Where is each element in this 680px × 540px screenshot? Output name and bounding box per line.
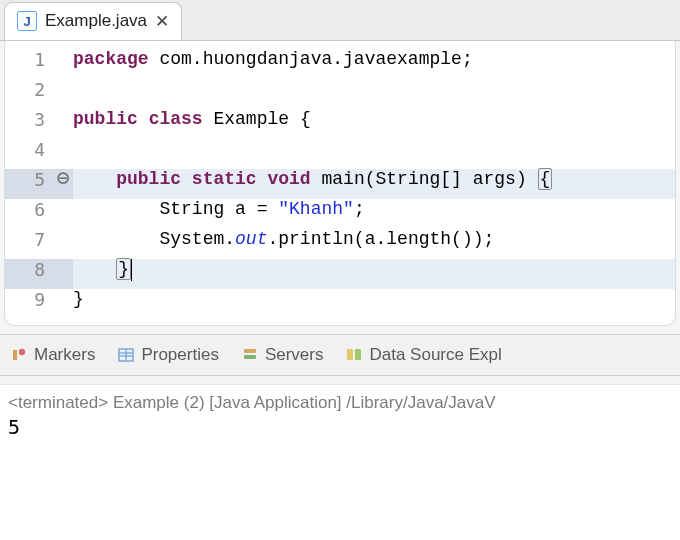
servers-view-tab[interactable]: Servers <box>241 345 324 365</box>
text-cursor <box>131 259 132 281</box>
gutter-annotation <box>53 199 73 229</box>
editor-tab[interactable]: J Example.java ✕ <box>4 2 182 40</box>
code-line: 7 System.out.println(a.length()); <box>5 229 675 259</box>
markers-icon <box>10 346 28 364</box>
view-label: Properties <box>141 345 218 365</box>
gutter-annotation <box>53 49 73 79</box>
gutter-annotation <box>53 139 73 169</box>
code-line: 1 package com.huongdanjava.javaexample; <box>5 49 675 79</box>
code-text: } <box>73 289 675 319</box>
view-label: Servers <box>265 345 324 365</box>
view-label: Data Source Expl <box>369 345 501 365</box>
close-icon[interactable]: ✕ <box>155 11 169 32</box>
console-output: 5 <box>8 413 672 439</box>
console-process-status: <terminated> Example (2) [Java Applicati… <box>8 393 672 413</box>
line-number: 4 <box>5 139 53 169</box>
markers-view-tab[interactable]: Markers <box>10 345 95 365</box>
code-line: 4 <box>5 139 675 169</box>
console-view: <terminated> Example (2) [Java Applicati… <box>0 384 680 540</box>
line-number: 9 <box>5 289 53 319</box>
bracket-highlight: } <box>116 258 131 280</box>
code-editor[interactable]: 1 package com.huongdanjava.javaexample; … <box>4 41 676 326</box>
gutter-annotation <box>53 259 73 289</box>
code-text: public class Example { <box>73 109 675 139</box>
data-source-explorer-tab[interactable]: Data Source Expl <box>345 345 501 365</box>
code-text <box>73 139 675 169</box>
code-line: 5 ⊖ public static void main(String[] arg… <box>5 169 675 199</box>
code-line: 2 <box>5 79 675 109</box>
bracket-highlight: { <box>538 168 553 190</box>
code-line: 3 public class Example { <box>5 109 675 139</box>
code-text: String a = "Khanh"; <box>73 199 675 229</box>
properties-icon <box>117 346 135 364</box>
code-text: } <box>73 259 675 289</box>
gutter-annotation <box>53 109 73 139</box>
svg-rect-8 <box>347 349 353 360</box>
code-text <box>73 79 675 109</box>
servers-icon <box>241 346 259 364</box>
svg-point-1 <box>19 349 25 355</box>
line-number: 8 <box>5 259 53 289</box>
code-line: 6 String a = "Khanh"; <box>5 199 675 229</box>
properties-view-tab[interactable]: Properties <box>117 345 218 365</box>
svg-rect-7 <box>244 355 256 359</box>
eclipse-window: { "tab": { "filename": "Example.java", "… <box>0 0 680 540</box>
tab-filename: Example.java <box>45 11 147 31</box>
line-number: 7 <box>5 229 53 259</box>
line-number: 1 <box>5 49 53 79</box>
fold-toggle-icon[interactable]: ⊖ <box>53 169 73 199</box>
gutter-annotation <box>53 289 73 319</box>
line-number: 2 <box>5 79 53 109</box>
line-number: 3 <box>5 109 53 139</box>
code-text: package com.huongdanjava.javaexample; <box>73 49 675 79</box>
java-file-icon: J <box>17 11 37 31</box>
view-label: Markers <box>34 345 95 365</box>
gutter-annotation <box>53 79 73 109</box>
svg-rect-0 <box>13 350 17 360</box>
editor-tab-bar: J Example.java ✕ <box>0 0 680 41</box>
views-tab-bar: Markers Properties Servers Data Source E… <box>0 334 680 376</box>
gutter-annotation <box>53 229 73 259</box>
line-number: 6 <box>5 199 53 229</box>
line-number: 5 <box>5 169 53 199</box>
svg-rect-9 <box>355 349 361 360</box>
svg-rect-6 <box>244 349 256 353</box>
code-line: 8 } <box>5 259 675 289</box>
code-text: System.out.println(a.length()); <box>73 229 675 259</box>
data-source-icon <box>345 346 363 364</box>
code-text: public static void main(String[] args) { <box>73 169 675 199</box>
code-line: 9 } <box>5 289 675 319</box>
